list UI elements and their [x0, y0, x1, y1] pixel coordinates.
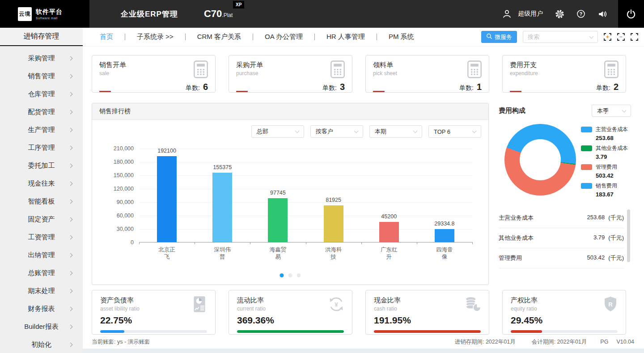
- sidebar-item-label: 固定资产: [28, 215, 55, 224]
- sidebar-item[interactable]: 智能看板: [0, 192, 83, 210]
- sidebar-item[interactable]: 出纳管理: [0, 246, 83, 264]
- pagination-dot[interactable]: [288, 273, 292, 277]
- microservice-label: 微服务: [495, 33, 512, 41]
- chevron-right-icon: [68, 92, 73, 96]
- sidebar-item-label: 初始化: [31, 340, 51, 349]
- version-label: V10.04: [616, 339, 634, 345]
- filter-value: 按客户: [316, 128, 333, 136]
- chevron-down-icon: [472, 129, 477, 133]
- stat-count-value: 3: [340, 82, 345, 92]
- sidebar-item[interactable]: 工序管理: [0, 139, 83, 157]
- stat-card[interactable]: 采购开单purchase单数:3: [229, 55, 352, 93]
- filter-dropdown[interactable]: 本期: [369, 125, 422, 138]
- content: 销售开单sale单数:6采购开单purchase单数:3领料单pick shee…: [83, 47, 644, 353]
- microservice-button[interactable]: 微服务: [481, 31, 517, 43]
- zoom-out-icon[interactable]: [617, 33, 625, 41]
- search-input[interactable]: [528, 34, 587, 40]
- sidebar-item[interactable]: 采购管理: [0, 49, 83, 67]
- module-tab[interactable]: 进销存管理: [0, 28, 83, 46]
- db-label: PG: [600, 339, 608, 345]
- sidebar-item-label: 现金往来: [28, 179, 55, 188]
- current-account: 当前账套: ys - 演示账套: [92, 338, 150, 346]
- chevron-right-icon: [68, 289, 73, 293]
- filter-dropdown[interactable]: 按客户: [310, 125, 363, 138]
- legend-item[interactable]: 其他业务成本3.79: [581, 145, 631, 160]
- sidebar-item[interactable]: 总账管理: [0, 264, 83, 282]
- nav-item[interactable]: 子系统录 >>: [125, 33, 185, 41]
- product-code: C70.Plat XP: [204, 8, 233, 20]
- y-axis-label: 210,000: [101, 145, 134, 152]
- filter-dropdown[interactable]: TOP 6: [428, 125, 481, 138]
- pagination-dot[interactable]: [297, 273, 301, 277]
- sidebar-item[interactable]: 销售管理: [0, 67, 83, 85]
- bar-value-label: 29334.8: [424, 221, 465, 227]
- search-box: [523, 31, 598, 43]
- chevron-down-icon: [413, 129, 418, 133]
- sidebar-item[interactable]: 生产管理: [0, 121, 83, 139]
- stat-card-title: 销售开单: [99, 61, 208, 69]
- product-title: 企业级ERP管理: [121, 9, 178, 19]
- expense-value: 503.42: [587, 254, 605, 262]
- bar-chart: 总部按客户本期TOP 6 030,00060,00090,000120,0001…: [92, 120, 488, 285]
- power-icon[interactable]: [618, 0, 644, 28]
- legend-value: 253.68: [596, 135, 631, 141]
- legend-label: 其他业务成本: [596, 145, 631, 152]
- nav-item[interactable]: 首页: [88, 33, 125, 41]
- legend-item[interactable]: 管理费用503.42: [581, 163, 631, 179]
- donut-hole: [520, 139, 561, 181]
- sidebar-item[interactable]: 配货管理: [0, 103, 83, 121]
- mid-row: 销售排行榜 总部按客户本期TOP 6 030,00060,00090,00012…: [92, 103, 626, 285]
- ratio-value: 191.95%: [374, 315, 481, 326]
- nav-item[interactable]: HR 人事管理: [315, 33, 377, 41]
- sidebar-item[interactable]: 仓库管理: [0, 85, 83, 103]
- app-root: 云境 软件平台 Software mall 企业级ERP管理 C70.Plat …: [0, 0, 644, 353]
- sidebar-item[interactable]: 工资管理: [0, 228, 83, 246]
- chevron-right-icon: [68, 235, 73, 239]
- axis-tick: [139, 242, 140, 244]
- y-axis-label: 180,000: [101, 159, 134, 165]
- help-icon[interactable]: ?: [576, 9, 585, 18]
- scrollbar-thumb[interactable]: [627, 209, 630, 262]
- stat-card[interactable]: 销售开单sale单数:6: [92, 55, 216, 93]
- pagination-dot[interactable]: [280, 273, 284, 277]
- filter-dropdown[interactable]: 总部: [251, 125, 304, 138]
- legend-item[interactable]: 销售费用183.67: [581, 182, 631, 198]
- sidebar-item-label: 智能看板: [28, 197, 55, 206]
- nav-item[interactable]: OA 办公管理: [253, 33, 314, 41]
- expense-unit: (千元): [608, 234, 624, 242]
- progress-fill: [100, 330, 124, 333]
- legend-label: 管理费用: [596, 163, 631, 171]
- sidebar-item[interactable]: 固定资产: [0, 210, 83, 228]
- fullscreen-icon[interactable]: [631, 33, 638, 41]
- ratio-cards-row: 资产负债率asset libility ratio22.75%流动比率curre…: [92, 290, 626, 335]
- nav-item[interactable]: CRM 客户关系: [186, 33, 253, 41]
- speaker-icon[interactable]: [597, 10, 607, 18]
- topbar: 云境 软件平台 Software mall 企业级ERP管理 C70.Plat …: [0, 0, 644, 28]
- nav-item[interactable]: PM 系统: [377, 33, 426, 41]
- period-dropdown[interactable]: 本季: [592, 105, 631, 117]
- stat-card[interactable]: 领料单pick sheet单数:1: [365, 55, 489, 93]
- sidebar-item[interactable]: 初始化: [0, 336, 83, 353]
- bar-value-label: 97745: [258, 190, 298, 196]
- bar-value-label: 45200: [369, 213, 409, 220]
- stat-card[interactable]: 费用开支expenditure单数:2: [502, 55, 626, 93]
- user-menu[interactable]: 超级用户: [502, 9, 543, 18]
- chevron-down-icon[interactable]: [589, 34, 594, 38]
- progress-track: [511, 330, 618, 333]
- gear-icon[interactable]: [555, 9, 564, 19]
- progress-fill: [237, 330, 344, 333]
- legend-item[interactable]: 主营业务成本253.68: [581, 126, 631, 141]
- svg-text:¥: ¥: [335, 301, 338, 308]
- sidebar-item[interactable]: 现金往来: [0, 174, 83, 192]
- logo-title: 软件平台: [36, 8, 63, 16]
- sidebar-item[interactable]: Builder报表: [0, 318, 83, 336]
- sidebar-item[interactable]: 委托加工: [0, 157, 83, 174]
- sidebar-item[interactable]: 期末处理: [0, 282, 83, 300]
- y-axis-label: 90,000: [101, 199, 134, 205]
- window-controls: [604, 33, 638, 41]
- chevron-right-icon: [68, 217, 73, 221]
- zoom-in-icon[interactable]: [604, 33, 611, 41]
- logo[interactable]: 云境 软件平台 Software mall: [0, 0, 89, 28]
- sidebar-item[interactable]: 财务报表: [0, 300, 83, 318]
- sidebar-item-label: 工资管理: [28, 233, 55, 242]
